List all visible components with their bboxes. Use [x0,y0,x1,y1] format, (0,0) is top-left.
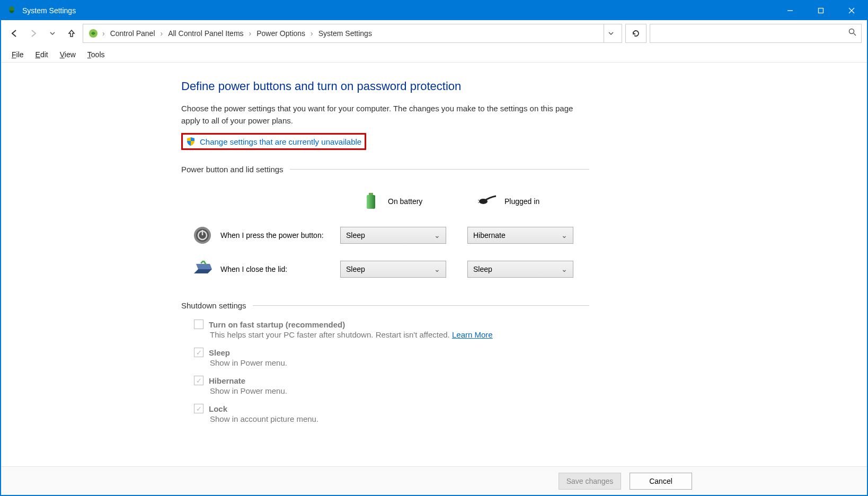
chevron-down-icon: ⌄ [561,231,568,240]
menu-tools[interactable]: Tools [82,48,110,61]
up-button[interactable] [64,25,79,41]
power-button-icon [192,225,213,246]
plug-icon [478,192,497,211]
svg-line-12 [478,200,479,200]
footer: Save changes Cancel [1,466,867,495]
recent-dropdown-button[interactable] [45,25,60,41]
battery-icon [361,192,380,211]
lid-row-label: When I close the lid: [220,265,287,273]
hibernate-checkbox[interactable] [194,376,203,385]
fast-startup-checkbox[interactable] [194,320,203,329]
menu-bar: File Edit View Tools [1,47,867,63]
forward-button[interactable] [25,25,41,41]
location-icon [87,28,99,39]
menu-edit[interactable]: Edit [30,48,54,61]
search-input[interactable] [650,24,862,43]
hibernate-sub: Show in Power menu. [210,386,589,395]
breadcrumb-item[interactable]: Control Panel [108,27,157,40]
page-title: Define power buttons and turn on passwor… [181,79,589,93]
learn-more-link[interactable]: Learn More [452,330,493,339]
chevron-down-icon: ⌄ [434,231,440,240]
content-area: Define power buttons and turn on passwor… [1,64,867,466]
section-shutdown: Shutdown settings [181,301,589,310]
breadcrumb-item[interactable]: All Control Panel Items [166,27,245,40]
nav-row: › Control Panel › All Control Panel Item… [1,20,867,47]
power-button-plugged-dropdown[interactable]: Hibernate ⌄ [467,227,573,244]
section-power-lid-label: Power button and lid settings [181,165,284,174]
dropdown-value: Hibernate [473,231,506,240]
page-description: Choose the power settings that you want … [181,103,589,127]
maximize-button[interactable] [805,1,836,20]
dropdown-value: Sleep [346,265,365,273]
lock-label: Lock [209,404,227,413]
lid-icon [192,259,213,280]
sleep-checkbox[interactable] [194,348,203,357]
window-title: System Settings [22,6,76,15]
change-settings-link[interactable]: Change settings that are currently unava… [200,137,361,146]
svg-point-6 [849,29,854,34]
app-icon [6,5,17,16]
dropdown-value: Sleep [473,265,492,273]
address-bar[interactable]: › Control Panel › All Control Panel Item… [83,24,622,43]
sleep-label: Sleep [209,348,230,357]
title-bar: System Settings [1,1,867,20]
section-shutdown-label: Shutdown settings [181,301,246,310]
shield-icon [186,137,196,146]
fast-startup-sub: This helps start your PC faster after sh… [210,330,589,339]
close-button[interactable] [836,1,867,20]
chevron-down-icon: ⌄ [561,265,568,273]
svg-line-13 [478,202,479,203]
power-button-battery-dropdown[interactable]: Sleep ⌄ [340,227,446,244]
minimize-button[interactable] [775,1,805,20]
lid-plugged-dropdown[interactable]: Sleep ⌄ [467,261,573,278]
breadcrumb-item[interactable]: System Settings [316,27,374,40]
cancel-button[interactable]: Cancel [630,473,692,490]
sleep-sub: Show in Power menu. [210,358,589,367]
lid-battery-dropdown[interactable]: Sleep ⌄ [340,261,446,278]
power-button-row-label: When I press the power button: [220,231,324,240]
svg-rect-10 [367,195,375,209]
chevron-down-icon: ⌄ [434,265,440,273]
svg-rect-8 [369,193,373,195]
hibernate-label: Hibernate [209,376,245,385]
search-icon [848,28,857,38]
back-button[interactable] [6,25,22,41]
save-changes-button[interactable]: Save changes [559,473,621,490]
svg-line-7 [854,33,856,36]
uac-link-highlight: Change settings that are currently unava… [181,133,366,150]
fast-startup-label: Turn on fast startup (recommended) [209,320,345,329]
refresh-button[interactable] [625,24,646,43]
dropdown-value: Sleep [346,231,365,240]
section-power-lid: Power button and lid settings [181,165,589,174]
address-dropdown-button[interactable] [604,24,617,43]
column-plugged-label: Plugged in [504,197,539,206]
lock-sub: Show in account picture menu. [210,414,589,423]
breadcrumb-item[interactable]: Power Options [254,27,307,40]
lock-checkbox[interactable] [194,404,203,413]
menu-view[interactable]: View [55,48,81,61]
svg-rect-2 [819,8,823,13]
menu-file[interactable]: File [6,48,29,61]
column-battery-label: On battery [388,197,422,206]
